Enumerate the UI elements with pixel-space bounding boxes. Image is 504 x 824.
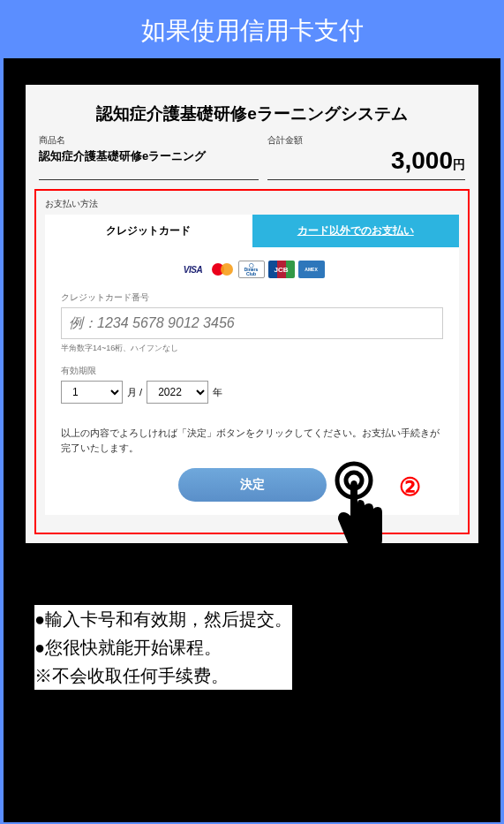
total-column: 合計金額 3,000円 xyxy=(267,134,465,180)
payment-screenshot: 認知症介護基礎研修eラーニングシステム 商品名 認知症介護基礎研修eラーニング … xyxy=(26,85,478,543)
visa-icon: VISA xyxy=(180,261,207,278)
card-brand-logos: VISA ◯Diners Club JCB AMEX xyxy=(61,261,443,278)
expiry-year-select[interactable]: 2022 xyxy=(147,381,208,404)
card-number-hint: 半角数字14~16桁、ハイフンなし xyxy=(61,343,443,354)
product-column: 商品名 認知症介護基礎研修eラーニング xyxy=(39,134,259,180)
svg-point-1 xyxy=(346,472,362,488)
price-unit: 円 xyxy=(453,157,465,171)
mastercard-icon xyxy=(210,261,235,277)
month-suffix: 月 / xyxy=(127,386,142,399)
expiry-month-select[interactable]: 1 xyxy=(61,381,123,404)
content-area: 認知症介護基礎研修eラーニングシステム 商品名 認知症介護基礎研修eラーニング … xyxy=(4,58,500,822)
instruction-line-3: ※不会收取任何手续费。 xyxy=(34,661,292,690)
credit-card-form: VISA ◯Diners Club JCB AMEX クレジットカード番号 半角… xyxy=(45,247,459,515)
payment-method-box: お支払い方法 クレジットカード カード以外でのお支払い VISA ◯Diners… xyxy=(34,189,470,534)
instruction-header: 如果使用信用卡支付 xyxy=(4,4,500,58)
jcb-icon: JCB xyxy=(268,261,295,278)
tab-credit-card[interactable]: クレジットカード xyxy=(45,215,252,247)
total-price: 3,000円 xyxy=(267,147,465,175)
payment-method-label: お支払い方法 xyxy=(45,198,459,210)
svg-point-0 xyxy=(337,464,371,497)
page-title: 認知症介護基礎研修eラーニングシステム xyxy=(34,94,470,134)
instruction-line-2: ●您很快就能开始课程。 xyxy=(34,633,292,661)
instruction-line-1: ●輸入卡号和有效期，然后提交。 xyxy=(34,605,292,633)
submit-button[interactable]: 決定 xyxy=(178,468,327,502)
expiry-section: 有効期限 1 月 / 2022 年 xyxy=(61,365,443,404)
diners-icon: ◯Diners Club xyxy=(238,261,265,278)
expiry-label: 有効期限 xyxy=(61,365,443,377)
payment-tabs: クレジットカード カード以外でのお支払い xyxy=(45,215,459,247)
step-number-badge: ② xyxy=(399,472,421,502)
tab-other-payment[interactable]: カード以外でのお支払い xyxy=(252,215,460,247)
year-suffix: 年 xyxy=(213,386,222,399)
product-label: 商品名 xyxy=(39,134,259,147)
instruction-text: ●輸入卡号和有效期，然后提交。 ●您很快就能开始课程。 ※不会收取任何手续费。 xyxy=(34,605,292,690)
total-label: 合計金額 xyxy=(267,134,465,147)
submit-row: 決定 ② xyxy=(61,468,443,502)
card-number-label: クレジットカード番号 xyxy=(61,291,443,304)
product-value: 認知症介護基礎研修eラーニング xyxy=(39,148,259,164)
summary-row: 商品名 認知症介護基礎研修eラーニング 合計金額 3,000円 xyxy=(34,134,470,180)
confirm-instruction: 以上の内容でよろしければ「決定」ボタンをクリックしてください。お支払い手続きが完… xyxy=(61,426,443,455)
price-number: 3,000 xyxy=(391,147,453,174)
amex-icon: AMEX xyxy=(298,261,325,278)
card-number-input[interactable] xyxy=(61,307,443,339)
